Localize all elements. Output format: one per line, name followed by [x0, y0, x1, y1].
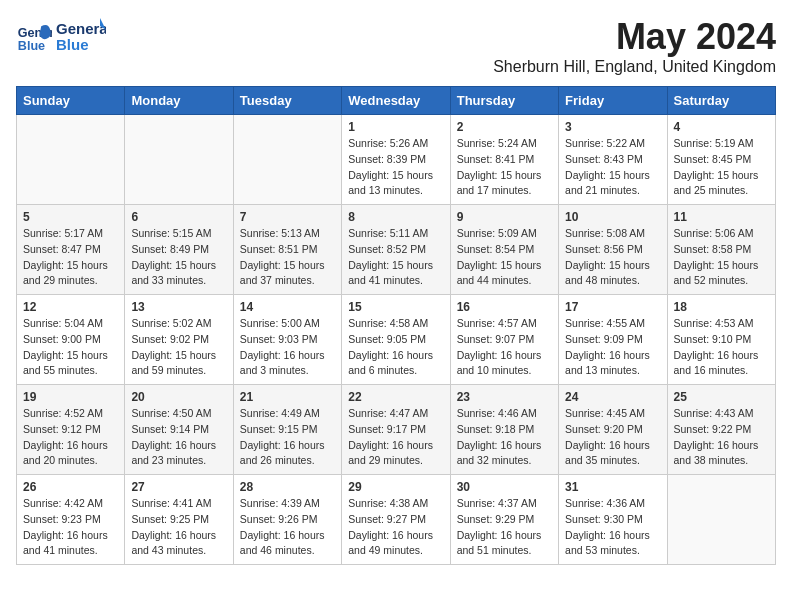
calendar-day-cell: 23Sunrise: 4:46 AMSunset: 9:18 PMDayligh…: [450, 385, 558, 475]
day-info: Sunrise: 5:19 AMSunset: 8:45 PMDaylight:…: [674, 136, 769, 199]
calendar-day-cell: 29Sunrise: 4:38 AMSunset: 9:27 PMDayligh…: [342, 475, 450, 565]
day-of-week-header: Wednesday: [342, 87, 450, 115]
day-info: Sunrise: 4:37 AMSunset: 9:29 PMDaylight:…: [457, 496, 552, 559]
calendar-day-cell: 12Sunrise: 5:04 AMSunset: 9:00 PMDayligh…: [17, 295, 125, 385]
calendar-week-row: 19Sunrise: 4:52 AMSunset: 9:12 PMDayligh…: [17, 385, 776, 475]
calendar-day-cell: 10Sunrise: 5:08 AMSunset: 8:56 PMDayligh…: [559, 205, 667, 295]
calendar-week-row: 5Sunrise: 5:17 AMSunset: 8:47 PMDaylight…: [17, 205, 776, 295]
day-info: Sunrise: 4:53 AMSunset: 9:10 PMDaylight:…: [674, 316, 769, 379]
calendar-day-cell: 27Sunrise: 4:41 AMSunset: 9:25 PMDayligh…: [125, 475, 233, 565]
day-number: 26: [23, 480, 118, 494]
day-number: 14: [240, 300, 335, 314]
day-number: 13: [131, 300, 226, 314]
day-info: Sunrise: 4:43 AMSunset: 9:22 PMDaylight:…: [674, 406, 769, 469]
calendar-week-row: 26Sunrise: 4:42 AMSunset: 9:23 PMDayligh…: [17, 475, 776, 565]
day-of-week-header: Saturday: [667, 87, 775, 115]
calendar-day-cell: 24Sunrise: 4:45 AMSunset: 9:20 PMDayligh…: [559, 385, 667, 475]
day-of-week-header: Sunday: [17, 87, 125, 115]
day-info: Sunrise: 4:50 AMSunset: 9:14 PMDaylight:…: [131, 406, 226, 469]
location-subtitle: Sherburn Hill, England, United Kingdom: [493, 58, 776, 76]
calendar-day-cell: [667, 475, 775, 565]
day-number: 19: [23, 390, 118, 404]
calendar-day-cell: 14Sunrise: 5:00 AMSunset: 9:03 PMDayligh…: [233, 295, 341, 385]
calendar-day-cell: 20Sunrise: 4:50 AMSunset: 9:14 PMDayligh…: [125, 385, 233, 475]
day-info: Sunrise: 5:08 AMSunset: 8:56 PMDaylight:…: [565, 226, 660, 289]
calendar-day-cell: 17Sunrise: 4:55 AMSunset: 9:09 PMDayligh…: [559, 295, 667, 385]
day-of-week-header: Thursday: [450, 87, 558, 115]
calendar-day-cell: 22Sunrise: 4:47 AMSunset: 9:17 PMDayligh…: [342, 385, 450, 475]
day-number: 25: [674, 390, 769, 404]
day-info: Sunrise: 5:09 AMSunset: 8:54 PMDaylight:…: [457, 226, 552, 289]
day-number: 10: [565, 210, 660, 224]
calendar-week-row: 1Sunrise: 5:26 AMSunset: 8:39 PMDaylight…: [17, 115, 776, 205]
calendar-day-cell: [233, 115, 341, 205]
day-info: Sunrise: 5:04 AMSunset: 9:00 PMDaylight:…: [23, 316, 118, 379]
calendar-day-cell: 13Sunrise: 5:02 AMSunset: 9:02 PMDayligh…: [125, 295, 233, 385]
day-number: 3: [565, 120, 660, 134]
day-info: Sunrise: 4:46 AMSunset: 9:18 PMDaylight:…: [457, 406, 552, 469]
calendar-day-cell: 1Sunrise: 5:26 AMSunset: 8:39 PMDaylight…: [342, 115, 450, 205]
day-number: 9: [457, 210, 552, 224]
day-info: Sunrise: 5:00 AMSunset: 9:03 PMDaylight:…: [240, 316, 335, 379]
calendar-day-cell: 9Sunrise: 5:09 AMSunset: 8:54 PMDaylight…: [450, 205, 558, 295]
day-info: Sunrise: 4:49 AMSunset: 9:15 PMDaylight:…: [240, 406, 335, 469]
day-number: 4: [674, 120, 769, 134]
day-info: Sunrise: 5:17 AMSunset: 8:47 PMDaylight:…: [23, 226, 118, 289]
calendar-day-cell: [17, 115, 125, 205]
title-block: May 2024 Sherburn Hill, England, United …: [493, 16, 776, 76]
calendar-day-cell: 18Sunrise: 4:53 AMSunset: 9:10 PMDayligh…: [667, 295, 775, 385]
day-number: 11: [674, 210, 769, 224]
calendar-day-cell: 8Sunrise: 5:11 AMSunset: 8:52 PMDaylight…: [342, 205, 450, 295]
day-info: Sunrise: 4:52 AMSunset: 9:12 PMDaylight:…: [23, 406, 118, 469]
day-number: 12: [23, 300, 118, 314]
day-number: 17: [565, 300, 660, 314]
day-info: Sunrise: 5:22 AMSunset: 8:43 PMDaylight:…: [565, 136, 660, 199]
calendar-day-cell: [125, 115, 233, 205]
day-info: Sunrise: 5:02 AMSunset: 9:02 PMDaylight:…: [131, 316, 226, 379]
month-title: May 2024: [493, 16, 776, 58]
day-of-week-header: Tuesday: [233, 87, 341, 115]
calendar-day-cell: 30Sunrise: 4:37 AMSunset: 9:29 PMDayligh…: [450, 475, 558, 565]
logo: General Blue General Blue: [16, 16, 106, 58]
day-info: Sunrise: 4:39 AMSunset: 9:26 PMDaylight:…: [240, 496, 335, 559]
calendar-day-cell: 31Sunrise: 4:36 AMSunset: 9:30 PMDayligh…: [559, 475, 667, 565]
calendar-day-cell: 2Sunrise: 5:24 AMSunset: 8:41 PMDaylight…: [450, 115, 558, 205]
day-number: 7: [240, 210, 335, 224]
day-info: Sunrise: 4:55 AMSunset: 9:09 PMDaylight:…: [565, 316, 660, 379]
day-info: Sunrise: 5:11 AMSunset: 8:52 PMDaylight:…: [348, 226, 443, 289]
day-info: Sunrise: 5:26 AMSunset: 8:39 PMDaylight:…: [348, 136, 443, 199]
day-info: Sunrise: 4:58 AMSunset: 9:05 PMDaylight:…: [348, 316, 443, 379]
calendar-week-row: 12Sunrise: 5:04 AMSunset: 9:00 PMDayligh…: [17, 295, 776, 385]
day-number: 18: [674, 300, 769, 314]
day-info: Sunrise: 4:57 AMSunset: 9:07 PMDaylight:…: [457, 316, 552, 379]
calendar-day-cell: 15Sunrise: 4:58 AMSunset: 9:05 PMDayligh…: [342, 295, 450, 385]
day-number: 22: [348, 390, 443, 404]
day-number: 6: [131, 210, 226, 224]
day-info: Sunrise: 4:38 AMSunset: 9:27 PMDaylight:…: [348, 496, 443, 559]
day-number: 5: [23, 210, 118, 224]
logo-icon: General Blue: [16, 19, 52, 55]
calendar-day-cell: 7Sunrise: 5:13 AMSunset: 8:51 PMDaylight…: [233, 205, 341, 295]
calendar-day-cell: 6Sunrise: 5:15 AMSunset: 8:49 PMDaylight…: [125, 205, 233, 295]
calendar-day-cell: 28Sunrise: 4:39 AMSunset: 9:26 PMDayligh…: [233, 475, 341, 565]
day-number: 28: [240, 480, 335, 494]
calendar-day-cell: 3Sunrise: 5:22 AMSunset: 8:43 PMDaylight…: [559, 115, 667, 205]
day-info: Sunrise: 4:42 AMSunset: 9:23 PMDaylight:…: [23, 496, 118, 559]
day-info: Sunrise: 5:15 AMSunset: 8:49 PMDaylight:…: [131, 226, 226, 289]
day-number: 2: [457, 120, 552, 134]
day-info: Sunrise: 4:45 AMSunset: 9:20 PMDaylight:…: [565, 406, 660, 469]
calendar-day-cell: 16Sunrise: 4:57 AMSunset: 9:07 PMDayligh…: [450, 295, 558, 385]
page-header: General Blue General Blue May 2024 Sherb…: [16, 16, 776, 76]
day-number: 31: [565, 480, 660, 494]
day-number: 29: [348, 480, 443, 494]
day-info: Sunrise: 4:41 AMSunset: 9:25 PMDaylight:…: [131, 496, 226, 559]
day-number: 27: [131, 480, 226, 494]
day-number: 23: [457, 390, 552, 404]
day-of-week-header: Friday: [559, 87, 667, 115]
day-number: 16: [457, 300, 552, 314]
calendar-table: SundayMondayTuesdayWednesdayThursdayFrid…: [16, 86, 776, 565]
day-info: Sunrise: 4:47 AMSunset: 9:17 PMDaylight:…: [348, 406, 443, 469]
day-number: 15: [348, 300, 443, 314]
day-info: Sunrise: 5:13 AMSunset: 8:51 PMDaylight:…: [240, 226, 335, 289]
day-info: Sunrise: 5:24 AMSunset: 8:41 PMDaylight:…: [457, 136, 552, 199]
